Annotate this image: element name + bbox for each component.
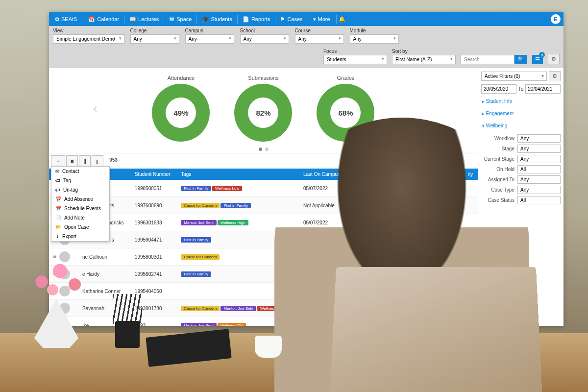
dot[interactable] bbox=[259, 147, 262, 151]
cell-submissions bbox=[391, 300, 439, 317]
field-select[interactable]: Any bbox=[517, 155, 561, 163]
nav-space[interactable]: 🏛Space bbox=[165, 14, 196, 24]
list-view-button[interactable]: ≡ bbox=[66, 155, 78, 167]
nav-calendar[interactable]: 📅Calendar bbox=[84, 14, 123, 24]
table-row[interactable]: ≡Rita Morales1998500051First in FamilyWe… bbox=[49, 180, 478, 197]
tag[interactable]: Mentor: Joe Seid bbox=[220, 306, 256, 311]
col-header[interactable]: rly bbox=[464, 169, 478, 180]
section-wellbeing[interactable]: Wellbeing bbox=[481, 121, 561, 130]
menu-icon: 📄 bbox=[55, 215, 61, 220]
tag[interactable]: Wellness Low bbox=[257, 306, 287, 311]
menu-tag[interactable]: 🏷Tag bbox=[51, 176, 109, 185]
school-select[interactable]: Any bbox=[240, 34, 289, 44]
tag[interactable]: Wellness Low bbox=[212, 186, 242, 191]
col-header[interactable]: Submissions (%) bbox=[391, 169, 439, 180]
prev-chart-button[interactable]: ‹ bbox=[89, 101, 101, 116]
cell-number: 1993 bbox=[131, 317, 177, 326]
menu-export[interactable]: ⤓Export bbox=[51, 232, 109, 241]
tag[interactable]: First in Family bbox=[181, 186, 211, 191]
nav-students[interactable]: 🎓Students bbox=[198, 14, 236, 24]
tag[interactable]: First in Family bbox=[181, 271, 211, 277]
col-header[interactable]: Grades bbox=[439, 169, 464, 180]
row-menu-icon[interactable]: ≡ bbox=[53, 253, 59, 260]
sortby-select[interactable]: First Name (A-Z) bbox=[392, 55, 456, 64]
nav-more[interactable]: ▾More bbox=[309, 14, 334, 24]
user-avatar[interactable]: E bbox=[551, 14, 561, 24]
row-menu-icon[interactable]: ≡ bbox=[53, 270, 59, 277]
section-student-info[interactable]: Student Info bbox=[481, 97, 561, 106]
table-row[interactable]: ≡Valentin Fields1997600690Cause for Conc… bbox=[49, 197, 478, 214]
table-row[interactable]: ≡Savannah1993801780Cause for ConcernMent… bbox=[49, 300, 478, 317]
tag[interactable]: Cause for Concern bbox=[181, 254, 220, 260]
cell-grades bbox=[439, 300, 464, 317]
row-menu-icon[interactable]: ≡ bbox=[53, 321, 59, 326]
tag[interactable]: Mentor: Joe Seid bbox=[181, 323, 216, 326]
field-select[interactable]: All bbox=[517, 196, 561, 204]
field-select[interactable]: Any bbox=[517, 145, 561, 153]
nav: 📅Calendar📖Lectures🏛Space🎓Students📄Report… bbox=[84, 14, 334, 24]
menu-un-tag[interactable]: 🏷Un-tag bbox=[51, 185, 109, 195]
col-header[interactable]: Last On Campus bbox=[299, 169, 347, 180]
menu-add-note[interactable]: 📄Add Note bbox=[51, 213, 109, 222]
search-button[interactable]: 🔍 bbox=[514, 55, 527, 64]
tag[interactable]: Mentor: Joe Seid bbox=[181, 220, 216, 225]
col-header[interactable]: Student Number bbox=[131, 169, 177, 180]
menu-add-absence[interactable]: 📅Add Absence bbox=[51, 195, 109, 204]
course-select[interactable]: Any bbox=[295, 34, 344, 44]
date-from-input[interactable] bbox=[481, 84, 516, 94]
settings-button[interactable]: ⚙ bbox=[548, 54, 560, 64]
date-to-input[interactable] bbox=[525, 84, 561, 94]
add-button[interactable]: ＋ bbox=[51, 155, 65, 167]
menu-icon: 📅 bbox=[55, 196, 61, 202]
table-row[interactable]: ≡Ike1993Mentor: Joe SeidWellness OK05/07… bbox=[49, 317, 478, 326]
tag[interactable]: Cause for Concern bbox=[181, 306, 220, 311]
sidebar-settings-button[interactable]: ⚙ bbox=[549, 71, 561, 81]
filter-button[interactable]: ☰ bbox=[532, 55, 543, 64]
col-header[interactable]: Tags bbox=[177, 169, 299, 180]
col-header[interactable]: Attendance (%) bbox=[347, 169, 391, 180]
field-select[interactable]: All bbox=[517, 165, 561, 173]
nav-cases[interactable]: ⚑Cases bbox=[276, 14, 306, 24]
tag[interactable]: First in Family bbox=[220, 203, 251, 208]
menu-open-case[interactable]: 📂Open Case bbox=[51, 222, 109, 232]
search-input[interactable] bbox=[461, 55, 514, 64]
chart-view-button[interactable]: ⫿ bbox=[92, 155, 103, 167]
tag[interactable]: Wellness High bbox=[218, 220, 248, 225]
table-row[interactable]: ≡Amanda Hendricks1996301633Mentor: Joe S… bbox=[49, 214, 478, 231]
dot[interactable] bbox=[265, 147, 269, 151]
notifications-button[interactable]: 🔔 bbox=[339, 16, 345, 23]
field-select[interactable]: Any bbox=[517, 186, 561, 194]
brand-logo[interactable]: ✿ SEAtS bbox=[52, 16, 80, 23]
field-select[interactable]: Any bbox=[517, 175, 561, 184]
tag[interactable]: First in Family bbox=[181, 237, 211, 243]
college-select[interactable]: Any bbox=[130, 34, 179, 44]
nav-reports[interactable]: 📄Reports bbox=[239, 14, 274, 24]
students-icon: 🎓 bbox=[202, 16, 209, 23]
field-label: Case Type bbox=[481, 187, 514, 193]
tag[interactable]: Cause for Concern bbox=[181, 203, 220, 208]
column-view-button[interactable]: || bbox=[79, 155, 91, 167]
row-menu-icon[interactable]: ≡ bbox=[53, 304, 59, 311]
active-filters-select[interactable]: Active Filters (0) bbox=[481, 72, 547, 81]
avatar bbox=[59, 269, 70, 279]
view-select[interactable]: Simple Engagement Demo× bbox=[53, 34, 124, 44]
table-row[interactable]: ≡ne Calhoun1995800301Cause for Concern05… bbox=[49, 248, 478, 266]
cell-grades bbox=[439, 283, 464, 300]
table-row[interactable]: ≡Clifton Daniels1995904471First in Famil… bbox=[49, 231, 478, 248]
tag[interactable]: Wellness OK bbox=[218, 323, 246, 326]
section-engagement[interactable]: Engagement bbox=[481, 109, 561, 118]
menu-schedule-events[interactable]: 📅Schedule Events bbox=[51, 204, 109, 213]
carousel-dots bbox=[49, 146, 478, 153]
campus-select[interactable]: Any bbox=[185, 34, 234, 44]
clear-icon[interactable]: × bbox=[112, 36, 115, 41]
table-row[interactable]: ≡e Hardy1995602741First in Family05/07/2… bbox=[49, 266, 478, 283]
menu-contact[interactable]: ✉Contact bbox=[51, 167, 109, 176]
nav-lectures[interactable]: 📖Lectures bbox=[125, 14, 163, 24]
module-select[interactable]: Any bbox=[350, 34, 399, 44]
cell-number: 1995602741 bbox=[131, 266, 177, 283]
field-select[interactable]: Any bbox=[517, 134, 561, 143]
focus-select[interactable]: Students bbox=[323, 55, 387, 64]
table-row[interactable]: ≡Katharine Conner1995404060Not Applicabl… bbox=[49, 283, 478, 300]
cell-tags: Mentor: Joe SeidWellness OK bbox=[177, 317, 299, 326]
row-menu-icon[interactable]: ≡ bbox=[53, 287, 59, 294]
